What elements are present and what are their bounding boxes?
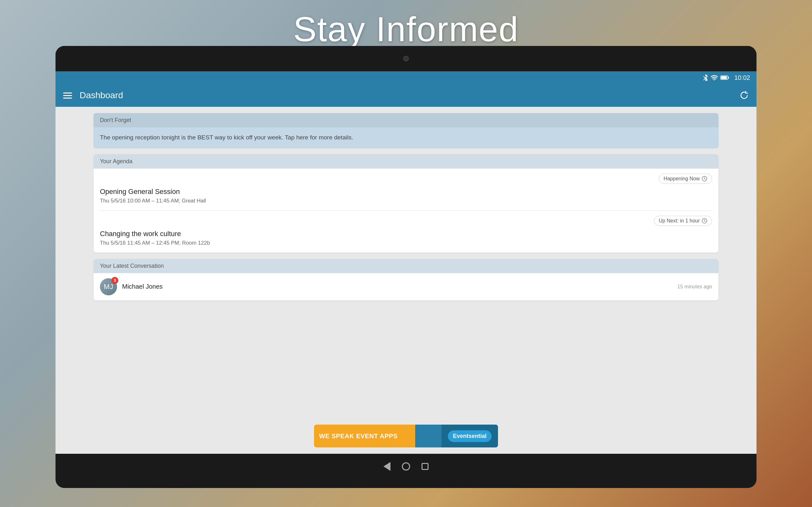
clock-icon-2 bbox=[702, 218, 707, 224]
nav-recents-button[interactable] bbox=[415, 460, 435, 473]
unread-badge: 3 bbox=[111, 277, 118, 284]
conversation-name: Michael Jones bbox=[122, 283, 672, 290]
svg-line-0 bbox=[704, 76, 705, 78]
agenda-item-1[interactable]: Happening Now Opening General Session Th… bbox=[94, 169, 718, 210]
conversation-card: Your Latest Conversation MJ 3 Michael Jo… bbox=[94, 259, 718, 300]
conversation-info: Michael Jones bbox=[122, 283, 672, 290]
session-1-detail: Thu 5/5/16 10:00 AM – 11:45 AM; Great Ha… bbox=[100, 198, 712, 204]
banner-right-label: Eventsential bbox=[448, 430, 492, 442]
battery-icon bbox=[720, 75, 729, 80]
status-time: 10:02 bbox=[734, 74, 750, 81]
nav-back-button[interactable] bbox=[377, 460, 397, 473]
tablet-screen: 10:02 Dashboard Don't Forget The opening… bbox=[55, 71, 757, 454]
bluetooth-icon bbox=[703, 74, 708, 81]
happening-now-badge: Happening Now bbox=[659, 174, 712, 184]
page-headline: Stay Informed bbox=[0, 9, 812, 49]
happening-now-label: Happening Now bbox=[664, 176, 700, 181]
avatar-wrap: MJ 3 bbox=[100, 278, 117, 295]
status-icons: 10:02 bbox=[703, 74, 750, 81]
svg-line-1 bbox=[704, 78, 705, 80]
content-area: Don't Forget The opening reception tonig… bbox=[55, 107, 757, 454]
agenda-header: Your Agenda bbox=[94, 154, 718, 169]
dont-forget-card[interactable]: Don't Forget The opening reception tonig… bbox=[94, 113, 718, 148]
session-2-detail: Thu 5/5/16 11:45 AM – 12:45 PM; Room 122… bbox=[100, 240, 712, 246]
up-next-label: Up Next: in 1 hour bbox=[659, 218, 700, 224]
banner-left-text: WE SPEAK EVENT APPS bbox=[314, 433, 442, 440]
tablet-device: 10:02 Dashboard Don't Forget The opening… bbox=[55, 46, 757, 488]
top-bezel bbox=[55, 46, 757, 71]
agenda-item-1-header: Happening Now bbox=[100, 174, 712, 184]
hamburger-line-1 bbox=[63, 93, 72, 94]
camera bbox=[403, 56, 409, 61]
session-2-title: Changing the work culture bbox=[100, 230, 712, 238]
dont-forget-header: Don't Forget bbox=[94, 113, 718, 127]
app-bar-title: Dashboard bbox=[80, 90, 740, 101]
back-icon bbox=[384, 462, 391, 471]
wifi-icon bbox=[711, 75, 718, 80]
hamburger-line-3 bbox=[63, 98, 72, 99]
home-icon bbox=[402, 462, 410, 470]
hamburger-line-2 bbox=[63, 95, 72, 96]
svg-point-2 bbox=[714, 80, 715, 81]
bottom-nav bbox=[377, 454, 435, 479]
clock-icon bbox=[702, 176, 707, 181]
agenda-item-2-header: Up Next: in 1 hour bbox=[100, 216, 712, 226]
svg-rect-5 bbox=[728, 77, 729, 78]
conversation-header: Your Latest Conversation bbox=[94, 259, 718, 273]
dont-forget-body: The opening reception tonight is the BES… bbox=[94, 127, 718, 148]
agenda-item-2[interactable]: Up Next: in 1 hour Changing the work cul… bbox=[94, 211, 718, 252]
up-next-badge: Up Next: in 1 hour bbox=[654, 216, 712, 226]
bottom-bezel bbox=[55, 479, 757, 488]
app-bar: Dashboard bbox=[55, 84, 757, 107]
banner-right: Eventsential bbox=[442, 425, 498, 447]
banner-ad[interactable]: WE SPEAK EVENT APPS Eventsential bbox=[314, 425, 498, 447]
conversation-time: 15 minutes ago bbox=[677, 284, 712, 290]
hamburger-menu-button[interactable] bbox=[63, 93, 72, 99]
refresh-button[interactable] bbox=[740, 91, 749, 100]
nav-home-button[interactable] bbox=[397, 460, 415, 473]
session-1-title: Opening General Session bbox=[100, 187, 712, 196]
banner-left-label: WE SPEAK EVENT APPS bbox=[319, 433, 398, 440]
svg-rect-4 bbox=[721, 76, 727, 79]
recents-icon bbox=[421, 463, 428, 470]
conversation-item-1[interactable]: MJ 3 Michael Jones 15 minutes ago bbox=[94, 273, 718, 300]
status-bar: 10:02 bbox=[55, 71, 757, 84]
agenda-card: Your Agenda Happening Now Opening Genera… bbox=[94, 154, 718, 252]
